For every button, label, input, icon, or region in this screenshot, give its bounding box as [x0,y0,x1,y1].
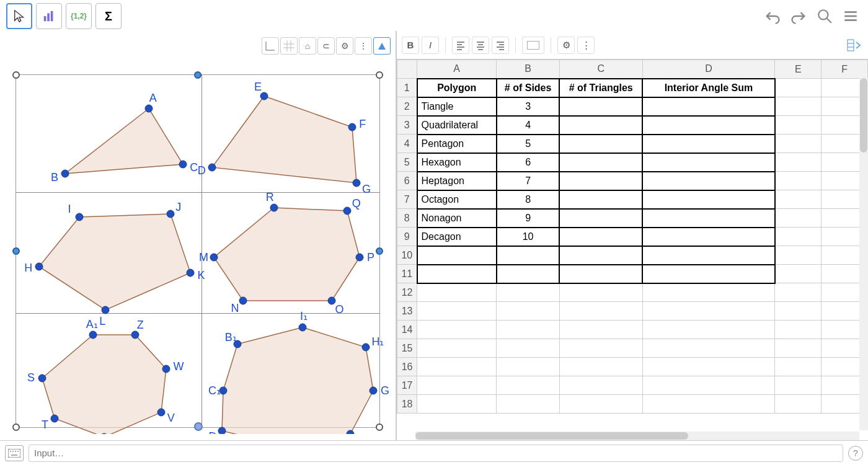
cell-A16[interactable] [417,358,497,376]
cell-D5[interactable] [642,153,775,172]
cell-B12[interactable] [497,283,560,302]
vertex-C[interactable] [179,161,187,168]
cell-E10[interactable] [775,246,822,265]
cell-A14[interactable] [417,321,497,339]
cell-D14[interactable] [642,321,775,339]
cell-B17[interactable] [497,376,560,395]
keyboard-button[interactable] [5,445,24,461]
vertex-V[interactable] [157,409,165,416]
cell-C14[interactable] [559,321,642,339]
vertex-B[interactable] [61,170,69,177]
scrollbar-thumb[interactable] [415,432,688,440]
row-header-6[interactable]: 6 [397,172,417,190]
cell-D12[interactable] [642,283,775,302]
cell-B7[interactable]: 8 [497,190,560,209]
row-header-3[interactable]: 3 [397,116,417,135]
row-header-8[interactable]: 8 [397,209,417,228]
cell-C18[interactable] [559,395,642,414]
row-header-12[interactable]: 12 [397,283,417,302]
cell-A1[interactable]: Polygon [417,79,497,97]
list-tool-button[interactable]: {1,2} [66,3,92,29]
help-button[interactable]: ? [848,446,863,461]
cell-E17[interactable] [775,376,822,395]
cell-E4[interactable] [775,135,822,153]
cell-E8[interactable] [775,209,822,228]
vertex-F[interactable] [348,123,356,131]
col-header-C[interactable]: C [559,60,642,79]
scrollbar-horizontal[interactable] [415,432,859,440]
vertex-T[interactable] [51,415,58,422]
cell-B10[interactable] [497,246,560,265]
cell-B14[interactable] [497,321,560,339]
cell-E2[interactable] [775,97,822,116]
geo-more-button[interactable]: ⋮ [355,37,372,55]
cell-E12[interactable] [775,283,822,302]
cell-E7[interactable] [775,190,822,209]
cell-D1[interactable]: Interior Angle Sum [642,79,775,97]
vertex-G[interactable] [353,179,360,187]
polygon-octagon[interactable] [222,327,373,434]
vertex-P[interactable] [356,254,363,261]
cell-D17[interactable] [642,376,775,395]
cell-E16[interactable] [775,358,822,376]
cell-C1[interactable]: # of Triangles [559,79,642,97]
vertex-D[interactable] [208,164,216,171]
cell-E14[interactable] [775,321,822,339]
vertex-H1[interactable] [362,343,370,351]
cell-C7[interactable] [559,190,642,209]
cell-A10[interactable] [417,246,497,265]
spreadsheet-grid[interactable]: ABCDEF1Polygon# of Sides# of TrianglesIn… [397,60,868,440]
cell-A8[interactable]: Nonagon [417,209,497,228]
col-header-F[interactable]: F [822,60,868,79]
cell-C9[interactable] [559,228,642,246]
cell-A7[interactable]: Octagon [417,190,497,209]
cell-D3[interactable] [642,116,775,135]
vertex-I1[interactable] [299,324,306,331]
snap-button[interactable]: ⊂ [317,37,335,55]
cell-E13[interactable] [775,302,822,321]
vertex-J[interactable] [167,210,174,218]
polygon-quadrilateral[interactable] [212,96,356,183]
redo-button[interactable] [787,5,810,27]
cell-C11[interactable] [559,265,642,283]
polygon-triangle[interactable] [65,108,183,174]
cell-D8[interactable] [642,209,775,228]
cell-B5[interactable]: 6 [497,153,560,172]
vertex-G1[interactable] [370,387,377,394]
bold-button[interactable]: B [402,37,419,54]
toggle-axes-button[interactable] [262,37,279,55]
cell-A9[interactable]: Decagon [417,228,497,246]
cell-B16[interactable] [497,358,560,376]
row-header-1[interactable]: 1 [397,79,417,97]
vertex-W[interactable] [162,365,170,373]
vertex-M[interactable] [210,254,218,261]
geometry-canvas[interactable]: ABCEDFGIJHKLRQMPNOA₁ZSWTVUI₁B₁H₁C₁G₁D₁F₁… [6,62,389,434]
cell-C2[interactable] [559,97,642,116]
vertex-O[interactable] [328,297,335,304]
cell-A3[interactable]: Quadrilateral [417,116,497,135]
ss-view-toggle[interactable] [846,37,863,54]
cell-B15[interactable] [497,339,560,358]
cell-D6[interactable] [642,172,775,190]
cell-E11[interactable] [775,265,822,283]
cell-E3[interactable] [775,116,822,135]
cell-D10[interactable] [642,246,775,265]
row-header-9[interactable]: 9 [397,228,417,246]
vertex-E[interactable] [260,92,268,100]
cell-E1[interactable] [775,79,822,97]
undo-button[interactable] [761,5,784,27]
cell-C4[interactable] [559,135,642,153]
polygon-heptagon[interactable] [42,335,166,434]
cell-D11[interactable] [642,265,775,283]
move-tool-button[interactable] [6,3,32,29]
row-header-10[interactable]: 10 [397,246,417,265]
align-right-button[interactable] [492,37,509,54]
cell-C13[interactable] [559,302,642,321]
col-header-B[interactable]: B [497,60,560,79]
row-header-7[interactable]: 7 [397,190,417,209]
cell-D13[interactable] [642,302,775,321]
polygon-hexagon[interactable] [214,208,360,301]
row-header-14[interactable]: 14 [397,321,417,339]
vertex-H[interactable] [35,263,43,270]
polygon-pentagon[interactable] [39,214,190,310]
